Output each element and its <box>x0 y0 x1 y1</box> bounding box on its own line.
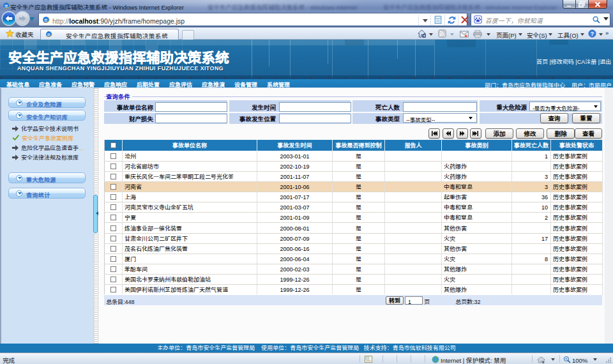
svg-text:?: ? <box>591 31 594 37</box>
